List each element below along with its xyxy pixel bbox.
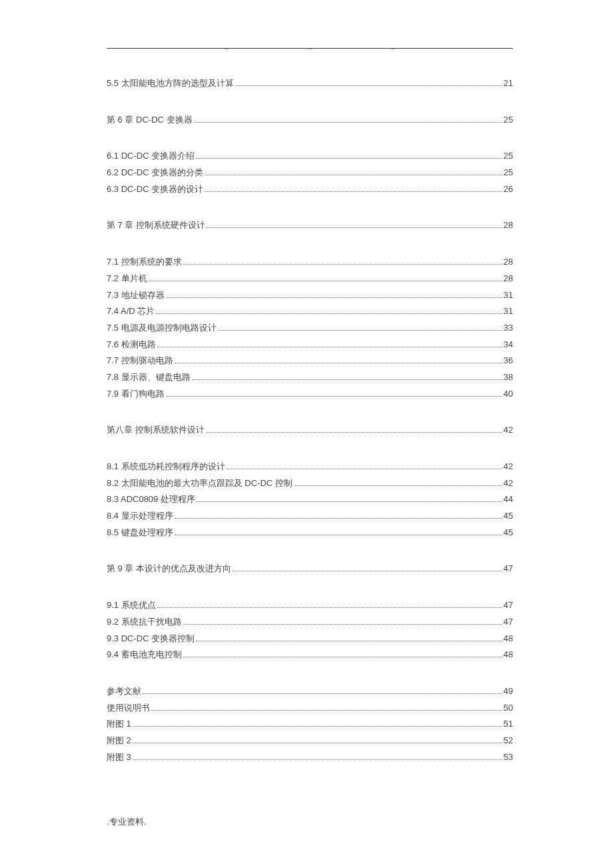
toc-entry-label: 6.3 DC-DC 变换器的设计 [107,181,203,198]
toc-entry-row: 8.3 ADC0809 处理程序44 [107,491,513,508]
toc-entry-label: 7.7 控制驱动电路 [107,353,173,369]
toc-leader-dots [143,693,502,694]
toc-entry-row: 9.1 系统优点47 [107,597,513,614]
toc-entry-row: 6.3 DC-DC 变换器的设计26 [107,181,513,198]
toc-entry-page: 49 [504,683,513,700]
toc-entry-page: 47 [504,614,513,631]
toc-entry-row: 8.2 太阳能电池的最大功率点跟踪及 DC-DC 控制42 [107,475,513,492]
toc-leader-dots [151,710,502,711]
toc-entry-page: 48 [504,631,513,647]
toc-entry-row: 6.2 DC-DC 变换器的分类25 [107,165,513,181]
toc-entry-page: 48 [504,647,513,663]
toc-entry-label: 附图 1 [107,716,131,733]
toc-leader-dots [133,759,502,760]
toc-entry-row: 7.4 A/D 芯片31 [107,303,513,320]
toc-entry-page: 31 [504,287,513,304]
toc-entry-page: 26 [504,181,513,198]
toc-entry-label: 7.8 显示器、键盘电路 [107,369,191,386]
toc-entry-row: 8.5 键盘处理程序45 [107,525,513,541]
toc-leader-dots [183,264,502,265]
toc-entry-label: 7.5 电源及电源控制电路设计 [107,320,217,337]
toc-entry-row: 9.2 系统抗干扰电路47 [107,614,513,631]
toc-entry-page: 45 [504,525,513,541]
toc-entry-page: 50 [504,700,513,717]
toc-entry-label: 9.3 DC-DC 变换器控制 [107,631,195,647]
page-container: .. .. .. 5.5 太阳能电池方阵的选型及计算21第 6 章 DC-DC … [0,0,613,792]
toc-entry-page: 25 [504,165,513,181]
toc-entry-page: 40 [504,386,513,403]
toc-leader-dots [294,485,502,486]
toc-leader-dots [218,330,502,331]
toc-entry-label: 7.1 控制系统的要求 [107,254,182,271]
toc-leader-dots [183,624,502,625]
toc-entry-label: 7.4 A/D 芯片 [107,303,155,320]
toc-entry-page: 42 [504,422,513,439]
toc-leader-dots [183,657,502,657]
toc-entry-label: 第 9 章 本设计的优点及改进方向 [107,561,231,577]
toc-entry-row: 附图 151 [107,716,513,733]
toc-entry-row: 6.1 DC-DC 变换器介绍25 [107,148,513,165]
toc-leader-dots [149,281,502,281]
header-mark: .. [225,43,229,51]
toc-entry-page: 36 [504,353,513,369]
toc-entry-label: 使用说明书 [107,700,150,717]
toc-entry-page: 53 [504,749,513,766]
toc-entry-page: 38 [504,369,513,386]
toc-entry-page: 25 [504,112,513,129]
toc-entry-page: 28 [504,271,513,287]
toc-entry-label: 8.5 键盘处理程序 [107,525,173,541]
toc-entry-page: 21 [504,75,513,92]
toc-entry-label: 7.6 检测电路 [107,337,156,353]
toc-leader-dots [205,191,502,192]
toc-entry-label: 9.2 系统抗干扰电路 [107,614,182,631]
toc-entry-label: 附图 3 [107,749,131,766]
toc-leader-dots [235,85,502,86]
toc-chapter-row: 第 9 章 本设计的优点及改进方向47 [107,561,513,577]
toc-entry-label: 第八章 控制系统软件设计 [107,422,205,439]
toc-chapter-row: 第 6 章 DC-DC 变换器25 [107,112,513,129]
toc-entry-label: 6.2 DC-DC 变换器的分类 [107,165,203,181]
toc-entry-row: 使用说明书50 [107,700,513,717]
footer-text: .专业资料. [107,816,146,828]
toc-leader-dots [156,313,502,314]
toc-entry-label: 第 7 章 控制系统硬件设计 [107,217,205,234]
toc-entry-label: 7.2 单片机 [107,271,147,287]
toc-leader-dots [206,432,502,433]
toc-chapter-row: 第八章 控制系统软件设计42 [107,422,513,439]
toc-entry-page: 42 [504,459,513,475]
header-marks: .. .. .. [107,43,513,51]
toc-entry-row: 7.7 控制驱动电路36 [107,353,513,369]
toc-entry-page: 47 [504,597,513,614]
header-mark: .. [308,43,312,51]
toc-entry-page: 52 [504,733,513,749]
toc-entry-row: 7.6 检测电路34 [107,337,513,353]
toc-leader-dots [196,641,502,641]
toc-entry-label: 第 6 章 DC-DC 变换器 [107,112,193,129]
toc-leader-dots [166,396,502,397]
toc-entry-row: 7.5 电源及电源控制电路设计33 [107,320,513,337]
toc-entry-label: 8.1 系统低功耗控制程序的设计 [107,459,225,475]
toc-entry-label: 附图 2 [107,733,131,749]
toc-leader-dots [192,379,502,380]
toc-chapter-row: 第 7 章 控制系统硬件设计28 [107,217,513,234]
toc-entry-row: 9.4 蓄电池充电控制48 [107,647,513,663]
toc-entry-label: 8.3 ADC0809 处理程序 [107,491,195,508]
toc-entry-row: 附图 353 [107,749,513,766]
toc-leader-dots [197,501,502,502]
toc-entry-page: 28 [504,217,513,234]
header-rule: .. .. .. [107,40,513,49]
toc-leader-dots [207,227,502,228]
toc-entry-row: 9.3 DC-DC 变换器控制48 [107,631,513,647]
toc-leader-dots [205,175,502,175]
toc-entry-label: 9.4 蓄电池充电控制 [107,647,182,663]
toc-leader-dots [194,122,502,123]
toc-entry-row: 8.1 系统低功耗控制程序的设计42 [107,459,513,475]
toc-leader-dots [157,607,502,608]
table-of-contents: 5.5 太阳能电池方阵的选型及计算21第 6 章 DC-DC 变换器256.1 … [107,75,513,765]
toc-entry-row: 5.5 太阳能电池方阵的选型及计算21 [107,75,513,92]
toc-entry-label: 5.5 太阳能电池方阵的选型及计算 [107,75,234,92]
toc-entry-label: 8.4 显示处理程序 [107,508,173,525]
toc-entry-row: 8.4 显示处理程序45 [107,508,513,525]
toc-entry-page: 44 [504,491,513,508]
toc-entry-page: 34 [504,337,513,353]
